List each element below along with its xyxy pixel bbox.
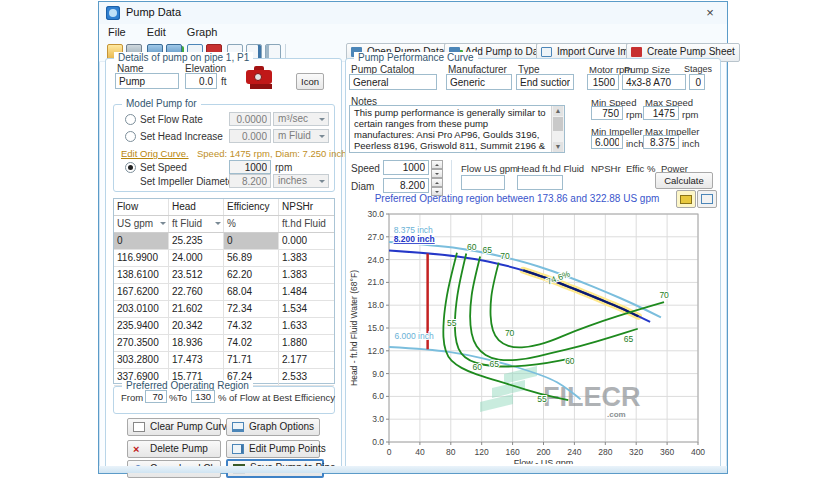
table-cell[interactable]: 21.602 [169, 301, 224, 317]
x-tick-label: 280 [598, 447, 612, 457]
table-cell[interactable]: 0 [114, 233, 169, 249]
scroll-thumb[interactable] [553, 117, 563, 131]
table-row: 270.350018.93674.021.880 [114, 335, 334, 352]
speed-field-input[interactable] [383, 160, 429, 175]
set-flow-rate-radio[interactable] [125, 114, 136, 125]
head-increase-unit-dropdown[interactable]: m Fluid [273, 129, 329, 143]
pump-catalog-input[interactable] [349, 74, 437, 90]
set-speed-radio[interactable] [125, 162, 136, 173]
fit-view-icon [701, 194, 713, 204]
table-cell[interactable]: 1.633 [279, 318, 334, 334]
head-increase-input[interactable] [229, 129, 271, 143]
calc-head-input[interactable] [517, 175, 563, 190]
close-icon[interactable]: × [701, 4, 719, 22]
clear-pump-curve-button[interactable]: Clear Pump Curve [127, 418, 221, 436]
scroll-down-icon[interactable]: ▼ [553, 142, 563, 152]
notes-box[interactable]: This pump performance is generally simil… [349, 105, 565, 153]
y-tick-label: 30.0 [367, 209, 384, 219]
delete-pump-button[interactable]: × Delete Pump [127, 440, 221, 458]
graph-options-button[interactable]: Graph Options [226, 418, 320, 436]
table-cell[interactable]: 1.383 [279, 250, 334, 266]
manufacturer-input[interactable] [446, 74, 512, 90]
calc-flow-input[interactable] [461, 175, 505, 190]
set-flow-rate-label: Set Flow Rate [140, 114, 203, 125]
table-cell[interactable]: 23.512 [169, 267, 224, 283]
table-unit-cell: ft.hd Fluid [279, 216, 334, 232]
y-axis-label: Head - ft.hd Fluid Water (68°F) [349, 270, 359, 386]
pump-size-input[interactable] [622, 74, 686, 90]
app-icon [106, 6, 120, 20]
table-cell[interactable]: 22.760 [169, 284, 224, 300]
table-cell[interactable]: 270.3500 [114, 335, 169, 351]
x-tick-label: 80 [446, 447, 456, 457]
diam-field-input[interactable] [383, 178, 429, 193]
table-cell[interactable]: 17.473 [169, 352, 224, 368]
table-cell[interactable]: 18.936 [169, 335, 224, 351]
por-to-input[interactable] [191, 390, 215, 403]
table-cell[interactable]: 2.177 [279, 352, 334, 368]
speed-input[interactable] [229, 160, 271, 174]
min-impeller-input[interactable] [591, 135, 623, 149]
table-cell[interactable]: 56.89 [224, 250, 279, 266]
table-cell[interactable]: 0.000 [279, 233, 334, 249]
elevation-input[interactable] [185, 73, 217, 89]
x-tick-label: 120 [475, 447, 489, 457]
stages-input[interactable] [689, 74, 705, 90]
flow-rate-unit-dropdown[interactable]: m³/sec [273, 112, 329, 126]
table-cell[interactable]: 20.342 [169, 318, 224, 334]
table-cell[interactable]: 1.484 [279, 284, 334, 300]
menu-graph[interactable]: Graph [178, 24, 227, 40]
type-input[interactable] [516, 74, 574, 90]
notes-scrollbar[interactable]: ▲ ▼ [551, 106, 564, 152]
y-tick-label: 12.0 [367, 346, 384, 356]
name-input[interactable] [115, 73, 179, 89]
table-cell[interactable]: 138.6100 [114, 267, 169, 283]
edit-pump-points-button[interactable]: Edit Pump Points [226, 440, 320, 458]
edit-orig-curve-link[interactable]: Edit Orig Curve. [121, 148, 189, 159]
table-cell[interactable]: 25.235 [169, 233, 224, 249]
max-impeller-input[interactable] [643, 135, 679, 149]
motor-rpm-input[interactable] [587, 74, 619, 90]
table-unit-cell[interactable]: ft Fluid [169, 216, 224, 232]
table-cell[interactable]: 0 [224, 233, 279, 249]
table-cell[interactable]: 1.534 [279, 301, 334, 317]
calculate-button[interactable]: Calculate [655, 172, 713, 189]
orig-curve-info: Speed: 1475 rpm, Diam: 7.250 inch [197, 148, 346, 159]
table-cell[interactable]: 235.9400 [114, 318, 169, 334]
table-row: 235.940020.34274.321.633 [114, 318, 334, 335]
table-unit-cell[interactable]: US gpm [114, 216, 169, 232]
flow-rate-input[interactable] [229, 112, 271, 126]
por-from-input[interactable] [145, 390, 167, 403]
table-cell[interactable]: 24.000 [169, 250, 224, 266]
title-bar: Pump Data × [99, 2, 727, 25]
pump-curve-chart[interactable]: 040801201602002402803203604000.03.06.09.… [347, 206, 717, 464]
max-speed-input[interactable] [643, 106, 679, 120]
table-cell[interactable]: 62.20 [224, 267, 279, 283]
min-speed-input[interactable] [591, 106, 623, 120]
icon-button[interactable]: Icon [296, 73, 324, 90]
table-cell[interactable]: 74.32 [224, 318, 279, 334]
y-tick-label: 27.0 [367, 232, 384, 242]
table-cell[interactable]: 1.383 [279, 267, 334, 283]
calc-effic-label: Effic % [626, 163, 655, 174]
table-cell[interactable]: 116.9900 [114, 250, 169, 266]
table-cell[interactable]: 203.0100 [114, 301, 169, 317]
table-header-cell: Flow [114, 199, 169, 215]
table-cell[interactable]: 303.2800 [114, 352, 169, 368]
table-cell[interactable]: 167.6200 [114, 284, 169, 300]
table-cell[interactable]: 68.04 [224, 284, 279, 300]
menu-edit[interactable]: Edit [138, 24, 175, 40]
por-from-label: From [121, 392, 143, 403]
set-head-increase-radio[interactable] [125, 131, 136, 142]
efficiency-contour-60 [455, 254, 571, 367]
scroll-up-icon[interactable]: ▲ [553, 106, 563, 116]
table-cell[interactable]: 72.34 [224, 301, 279, 317]
menu-file[interactable]: File [99, 24, 135, 40]
speed-spinner[interactable] [431, 160, 443, 178]
impeller-input[interactable] [229, 174, 271, 188]
impeller-unit-dropdown[interactable]: inches [273, 174, 329, 188]
table-cell[interactable]: 2.533 [279, 369, 334, 385]
table-cell[interactable]: 1.880 [279, 335, 334, 351]
table-cell[interactable]: 74.02 [224, 335, 279, 351]
table-cell[interactable]: 71.71 [224, 352, 279, 368]
